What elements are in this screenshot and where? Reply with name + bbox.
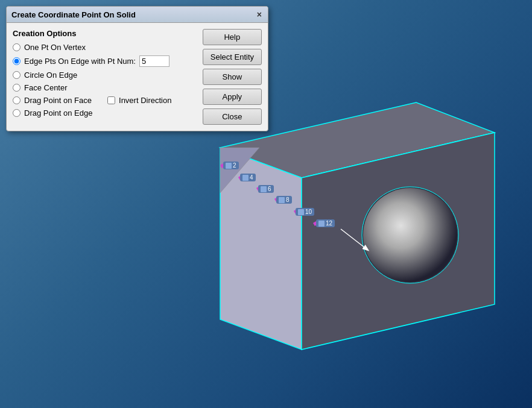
label-circle-on-edge[interactable]: Circle On Edge [24, 71, 77, 80]
label-drag-pt-face[interactable]: Drag Point on Face [24, 96, 92, 105]
option-edge-pts: Edge Pts On Edge with Pt Num: [13, 55, 197, 67]
invert-direction-group: Invert Direction [107, 96, 171, 105]
label-invert-direction[interactable]: Invert Direction [119, 96, 171, 105]
radio-drag-pt-edge[interactable] [13, 109, 21, 117]
pt-num-input[interactable] [139, 55, 169, 67]
option-drag-pt-face: Drag Point on Face Invert Direction [13, 96, 197, 105]
option-drag-pt-edge: Drag Point on Edge [13, 108, 197, 118]
show-button[interactable]: Show [203, 69, 262, 85]
apply-button[interactable]: Apply [203, 89, 262, 105]
option-one-pt-vertex: One Pt On Vertex [13, 43, 197, 52]
radio-one-pt-vertex[interactable] [13, 43, 21, 51]
option-face-center: Face Center [13, 83, 197, 92]
dialog-body: Creation Options One Pt On Vertex Edge P… [7, 23, 268, 131]
radio-edge-pts[interactable] [13, 57, 21, 65]
label-drag-pt-edge[interactable]: Drag Point on Edge [24, 108, 92, 118]
dialog-title: Create Coordinate Point On Solid [11, 10, 136, 19]
select-entity-button[interactable]: Select Entity [203, 49, 262, 65]
label-face-center[interactable]: Face Center [24, 83, 68, 92]
buttons-section: Help Select Entity Show Apply Close [203, 29, 262, 125]
dialog-titlebar: Create Coordinate Point On Solid × [7, 7, 268, 23]
close-button[interactable]: Close [203, 108, 262, 125]
invert-direction-checkbox[interactable] [107, 96, 115, 104]
options-section: Creation Options One Pt On Vertex Edge P… [13, 29, 197, 125]
label-edge-pts[interactable]: Edge Pts On Edge with Pt Num: [24, 57, 136, 66]
label-one-pt-vertex[interactable]: One Pt On Vertex [24, 43, 86, 52]
options-title: Creation Options [13, 29, 197, 38]
svg-point-4 [363, 188, 457, 282]
radio-drag-pt-face[interactable] [13, 96, 21, 104]
help-button[interactable]: Help [203, 29, 262, 45]
radio-face-center[interactable] [13, 84, 21, 92]
radio-circle-on-edge[interactable] [13, 71, 21, 79]
dialog: Create Coordinate Point On Solid × Creat… [6, 6, 268, 131]
option-circle-on-edge: Circle On Edge [13, 71, 197, 80]
close-icon[interactable]: × [256, 10, 263, 19]
